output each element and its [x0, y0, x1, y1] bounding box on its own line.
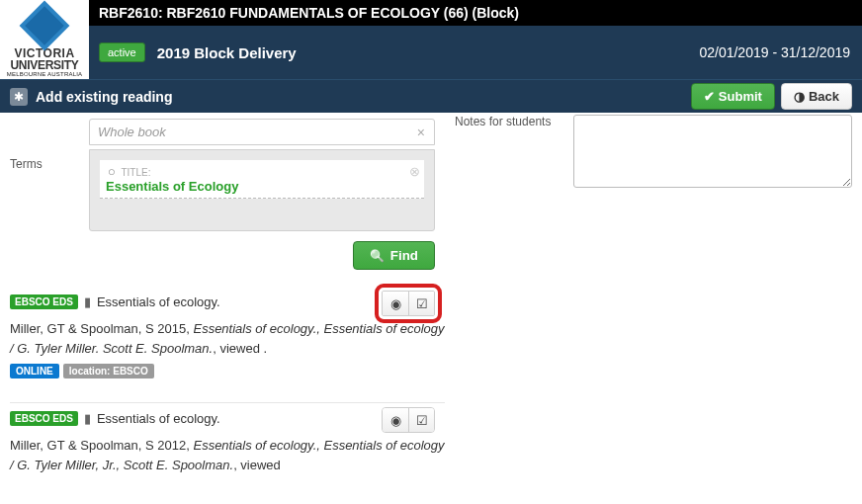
select-result-button[interactable]: [408, 292, 434, 315]
select-result-button[interactable]: [408, 408, 434, 432]
content-area: Whole book × Terms ⊗ ○ TITLE: Essentials…: [0, 113, 862, 280]
result-title: Essentials of ecology.: [97, 411, 220, 426]
document-select[interactable]: Whole book: [89, 119, 435, 145]
search-result: EBSCO EDS ▮ Essentials of ecology. Mille…: [10, 402, 445, 492]
submit-label: Submit: [719, 89, 762, 104]
source-badge: EBSCO EDS: [10, 294, 78, 309]
citation-text: Miller, GT & Spoolman, S 2015, Essential…: [10, 319, 445, 358]
term-bullet-icon: ○: [108, 164, 116, 179]
logo-block: VICTORIA UNIVERSITY MELBOURNE AUSTRALIA: [0, 0, 89, 79]
online-tag: ONLINE: [10, 364, 59, 378]
globe-icon: [390, 296, 401, 311]
notes-label: Notes for students: [455, 115, 563, 270]
view-online-button[interactable]: [383, 408, 408, 432]
document-label-spacer: [10, 119, 89, 145]
book-icon: ▮: [84, 411, 91, 426]
date-range: 02/01/2019 - 31/12/2019: [699, 44, 850, 60]
check-icon: [704, 89, 715, 104]
book-icon: ▮: [84, 294, 91, 309]
logo-sub: MELBOURNE AUSTRALIA: [7, 71, 83, 77]
term-chip: ⊗ ○ TITLE: Essentials of Ecology: [100, 160, 424, 199]
sub-bar: active 2019 Block Delivery 02/01/2019 - …: [0, 26, 862, 79]
find-label: Find: [390, 248, 418, 263]
find-button[interactable]: Find: [353, 241, 435, 270]
globe-icon: [390, 413, 401, 428]
asterisk-icon: ✱: [10, 88, 28, 106]
logo-diamond-icon: [20, 1, 70, 51]
term-value[interactable]: Essentials of Ecology: [106, 179, 238, 194]
back-icon: [794, 89, 805, 104]
edit-icon: [416, 296, 428, 311]
search-icon: [370, 248, 385, 263]
terms-box: ⊗ ○ TITLE: Essentials of Ecology: [89, 149, 435, 231]
toolbar-title: Add existing reading: [36, 89, 172, 105]
result-title: Essentials of ecology.: [97, 294, 220, 309]
document-clear-icon[interactable]: ×: [417, 125, 425, 140]
result-actions: [382, 407, 435, 433]
logo-line2: UNIVERSITY: [10, 59, 78, 71]
source-badge: EBSCO EDS: [10, 411, 78, 426]
search-form: Whole book × Terms ⊗ ○ TITLE: Essentials…: [10, 115, 435, 270]
back-button[interactable]: Back: [781, 83, 852, 110]
notes-textarea[interactable]: [573, 115, 852, 188]
edit-icon: [416, 413, 428, 428]
submit-button[interactable]: Submit: [691, 83, 775, 110]
result-actions: [382, 291, 435, 316]
status-badge: active: [99, 42, 145, 62]
back-label: Back: [809, 89, 839, 104]
toolbar: ✱ Add existing reading Submit Back: [0, 79, 862, 113]
term-field-label: TITLE:: [121, 167, 150, 178]
term-remove-icon[interactable]: ⊗: [409, 164, 420, 179]
location-tag: location: EBSCO: [63, 364, 154, 378]
citation-text: Miller, GT & Spoolman, S 2012, Essential…: [10, 436, 445, 474]
top-bar: RBF2610: RBF2610 FUNDAMENTALS OF ECOLOGY…: [0, 0, 862, 26]
notes-area: Notes for students: [455, 115, 852, 270]
view-online-button[interactable]: [383, 292, 408, 315]
search-result: EBSCO EDS ▮ Essentials of ecology. Mille…: [10, 286, 445, 396]
delivery-title: 2019 Block Delivery: [157, 44, 297, 61]
terms-label: Terms: [10, 149, 89, 231]
